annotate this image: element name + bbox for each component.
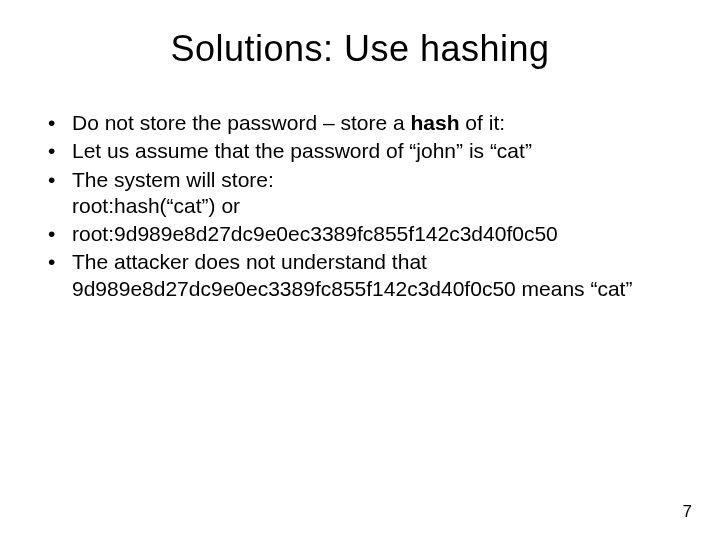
bullet-text-strong: hash — [411, 111, 460, 134]
slide-title: Solutions: Use hashing — [36, 28, 684, 70]
list-item: The system will store: root:hash(“cat”) … — [48, 167, 684, 220]
bullet-text: The system will store: root:hash(“cat”) … — [72, 168, 274, 217]
slide: Solutions: Use hashing Do not store the … — [0, 0, 720, 540]
bullet-text-post: of it: — [460, 111, 506, 134]
list-item: The attacker does not understand that 9d… — [48, 249, 684, 302]
list-item: Let us assume that the password of “john… — [48, 138, 684, 164]
bullet-text: Let us assume that the password of “john… — [72, 139, 532, 162]
page-number: 7 — [683, 502, 692, 522]
bullet-text: The attacker does not understand that 9d… — [72, 250, 632, 299]
list-item: Do not store the password – store a hash… — [48, 110, 684, 136]
list-item: root:9d989e8d27dc9e0ec3389fc855f142c3d40… — [48, 221, 684, 247]
bullet-text: root:9d989e8d27dc9e0ec3389fc855f142c3d40… — [72, 222, 558, 245]
bullet-list: Do not store the password – store a hash… — [36, 110, 684, 302]
bullet-text-pre: Do not store the password – store a — [72, 111, 411, 134]
